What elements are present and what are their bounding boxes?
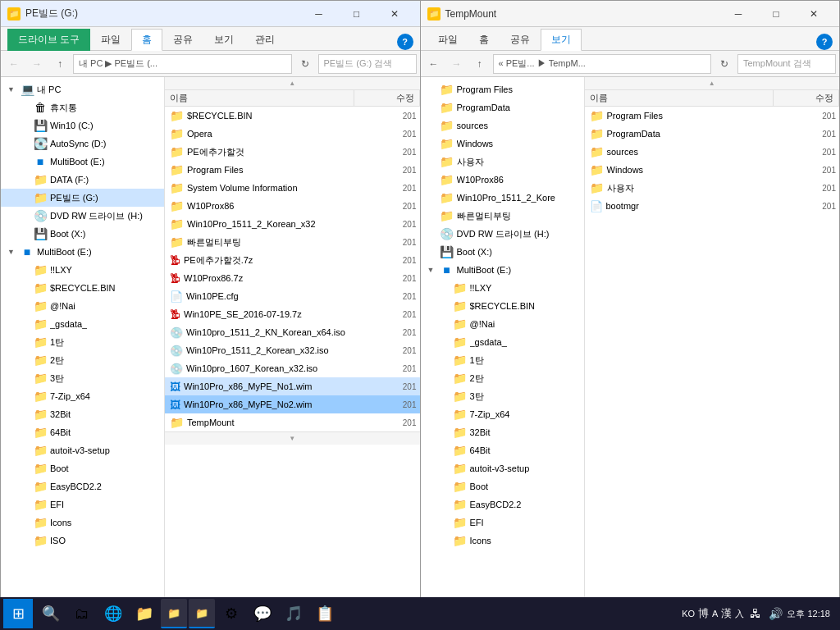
table-row[interactable]: 📁TempMount 201 xyxy=(165,413,420,431)
right-tab-home[interactable]: 홈 xyxy=(468,29,500,51)
taskbar-app-tempmount[interactable]: 📁 xyxy=(189,599,215,628)
sidebar-item-multiboot-e[interactable]: ■ MultiBoot (E:) xyxy=(1,153,164,171)
sidebar-item-dvd-h[interactable]: 💿 DVD RW 드라이브 (H:) xyxy=(1,207,164,225)
sidebar-item-trash[interactable]: 🗑 휴지통 xyxy=(1,98,164,116)
left-tab-manage[interactable]: 관리 xyxy=(244,29,285,51)
sidebar-item-mypc[interactable]: ▼ 💻 내 PC xyxy=(1,80,164,98)
tray-lang[interactable]: KO xyxy=(682,609,695,619)
left-tab-file[interactable]: 파일 xyxy=(90,29,131,51)
table-row[interactable]: 📄bootmgr 201 xyxy=(585,197,840,215)
left-minimize-button[interactable]: ─ xyxy=(300,1,338,27)
right-col-modified[interactable]: 수정 xyxy=(774,90,839,106)
right-sidebar-item-7zip[interactable]: 📁 7-Zip_x64 xyxy=(421,405,584,423)
sidebar-item-llxy[interactable]: 📁 !!LXY xyxy=(1,261,164,279)
tray-ime2[interactable]: A xyxy=(712,609,718,619)
taskbar-app-pebuild[interactable]: 📁 xyxy=(161,599,187,628)
left-refresh-button[interactable]: ↻ xyxy=(295,54,315,74)
right-tab-view[interactable]: 보기 xyxy=(541,29,582,51)
right-sidebar-item-dvd[interactable]: 💿 DVD RW 드라이브 (H:) xyxy=(421,225,584,243)
right-sidebar-item-user[interactable]: 📁 사용자 xyxy=(421,153,584,171)
right-sidebar-item-autoit[interactable]: 📁 autoit-v3-setup xyxy=(421,459,584,477)
table-row[interactable]: 🗜PE에추가할것.7z 201 xyxy=(165,251,420,269)
table-row[interactable]: 📁PE에추가할것 201 xyxy=(165,143,420,161)
table-row[interactable]: 💿Win10Pro_1511_2_Korean_x32.iso 201 xyxy=(165,341,420,359)
sidebar-item-multiboot-expand[interactable]: ▼ ■ MultiBoot (E:) xyxy=(1,243,164,261)
sidebar-item-7zip[interactable]: 📁 7-Zip_x64 xyxy=(1,387,164,405)
right-minimize-button[interactable]: ─ xyxy=(719,1,757,27)
right-sidebar-item-sources[interactable]: 📁 sources xyxy=(421,116,584,135)
table-row[interactable]: 📁ProgramData 201 xyxy=(585,125,840,143)
left-up-button[interactable]: ↑ xyxy=(50,54,70,74)
left-col-name[interactable]: 이름 xyxy=(165,90,354,106)
right-sidebar-item-nai[interactable]: 📁 @!Nai xyxy=(421,315,584,333)
right-help-button[interactable]: ? xyxy=(816,34,833,50)
table-row[interactable]: 📁Win10Pro_1511_2_Korean_x32 201 xyxy=(165,215,420,233)
sidebar-item-iso[interactable]: 📁 ISO xyxy=(1,532,164,550)
left-search-field[interactable]: PE빌드 (G:) 검색 xyxy=(318,54,417,74)
right-refresh-button[interactable]: ↻ xyxy=(714,54,734,74)
taskbar-explorer-button[interactable]: 📁 xyxy=(130,599,159,628)
right-sidebar-item-win10pro[interactable]: 📁 Win10Pro_1511_2_Kore xyxy=(421,189,584,207)
table-row[interactable]: 📁sources 201 xyxy=(585,143,840,161)
table-row[interactable]: 📁W10Prox86 201 xyxy=(165,197,420,215)
table-row[interactable]: 💿Win10pro_1511_2_KN_Korean_x64.iso 201 xyxy=(165,323,420,341)
left-maximize-button[interactable]: □ xyxy=(338,1,376,27)
right-col-name[interactable]: 이름 xyxy=(585,90,774,106)
taskbar-taskview-button[interactable]: 🗂 xyxy=(67,599,97,628)
right-up-button[interactable]: ↑ xyxy=(470,54,490,74)
sidebar-item-64bit[interactable]: 📁 64Bit xyxy=(1,423,164,441)
right-sidebar-item-2tan[interactable]: 📁 2탄 xyxy=(421,369,584,387)
tray-time[interactable]: 오후 12:18 xyxy=(787,608,830,620)
table-row[interactable]: 🖼Win10Pro_x86_MyPE_No2.wim 201 xyxy=(165,395,420,413)
table-row[interactable]: 🖼Win10Pro_x86_MyPE_No1.wim 201 xyxy=(165,377,420,395)
right-tab-share[interactable]: 공유 xyxy=(500,29,541,51)
table-row[interactable]: 📁Program Files 201 xyxy=(165,161,420,179)
right-maximize-button[interactable]: □ xyxy=(757,1,795,27)
sidebar-item-boot-x[interactable]: 💾 Boot (X:) xyxy=(1,225,164,243)
right-sidebar-item-multiboot[interactable]: ▼ ■ MultiBoot (E:) xyxy=(421,261,584,279)
right-sidebar-item-64bit[interactable]: 📁 64Bit xyxy=(421,441,584,459)
right-sidebar-item-programfiles[interactable]: 📁 Program Files xyxy=(421,80,584,98)
sidebar-item-2tan[interactable]: 📁 2탄 xyxy=(1,351,164,369)
right-sidebar-item-icons[interactable]: 📁 Icons xyxy=(421,532,584,550)
table-row[interactable]: 💿Win10pro_1607_Korean_x32.iso 201 xyxy=(165,359,420,377)
sidebar-item-32bit[interactable]: 📁 32Bit xyxy=(1,405,164,423)
taskbar-item-5[interactable]: ⚙ xyxy=(217,599,246,628)
table-row[interactable]: 🗜Win10PE_SE_2016-07-19.7z 201 xyxy=(165,305,420,323)
right-scroll-top[interactable]: ▲ xyxy=(709,80,715,87)
left-help-button[interactable]: ? xyxy=(397,34,413,50)
table-row[interactable]: 📁Opera 201 xyxy=(165,125,420,143)
left-tab-tool[interactable]: 드라이브 도구 xyxy=(7,29,90,51)
table-row[interactable]: 📁Program Files 201 xyxy=(585,107,840,125)
right-close-button[interactable]: ✕ xyxy=(795,1,833,27)
left-col-modified[interactable]: 수정 xyxy=(354,90,420,106)
table-row[interactable]: 📁Windows 201 xyxy=(585,161,840,179)
sidebar-item-nai[interactable]: 📁 @!Nai xyxy=(1,297,164,315)
sidebar-item-pebuild-g[interactable]: 📁 PE빌드 (G:) xyxy=(1,189,164,207)
left-forward-button[interactable]: → xyxy=(27,54,47,74)
left-tab-home[interactable]: 홈 xyxy=(131,29,162,51)
sidebar-item-recycle[interactable]: 📁 $RECYCLE.BIN xyxy=(1,279,164,297)
sidebar-item-autoit[interactable]: 📁 autoit-v3-setup xyxy=(1,441,164,459)
right-forward-button[interactable]: → xyxy=(447,54,467,74)
right-sidebar-item-3tan[interactable]: 📁 3탄 xyxy=(421,387,584,405)
right-sidebar-item-efi[interactable]: 📁 EFI xyxy=(421,514,584,532)
right-back-button[interactable]: ← xyxy=(424,54,444,74)
taskbar-item-8[interactable]: 📋 xyxy=(310,599,340,628)
table-row[interactable]: 📁사용자 201 xyxy=(585,179,840,197)
sidebar-item-autosync[interactable]: 💽 AutoSync (D:) xyxy=(1,135,164,153)
left-tab-share[interactable]: 공유 xyxy=(162,29,203,51)
sidebar-item-boot-folder[interactable]: 📁 Boot xyxy=(1,459,164,477)
left-address-field[interactable]: 내 PC ▶ PE빌드 (... xyxy=(73,54,292,74)
taskbar-search-button[interactable]: 🔍 xyxy=(36,599,66,628)
sidebar-item-icons[interactable]: 📁 Icons xyxy=(1,514,164,532)
table-row[interactable]: 🗜W10Prox86.7z 201 xyxy=(165,269,420,287)
left-back-button[interactable]: ← xyxy=(4,54,24,74)
table-row[interactable]: 📁빠른멀티부팅 201 xyxy=(165,233,420,251)
sidebar-item-win10c[interactable]: 💾 Win10 (C:) xyxy=(1,116,164,135)
table-row[interactable]: 📄Win10PE.cfg 201 xyxy=(165,287,420,305)
sidebar-item-1tan[interactable]: 📁 1탄 xyxy=(1,333,164,351)
sidebar-item-data-f[interactable]: 📁 DATA (F:) xyxy=(1,171,164,189)
left-scroll-bottom[interactable]: ▼ xyxy=(289,435,295,442)
right-sidebar-item-llxy[interactable]: 📁 !!LXY xyxy=(421,279,584,297)
